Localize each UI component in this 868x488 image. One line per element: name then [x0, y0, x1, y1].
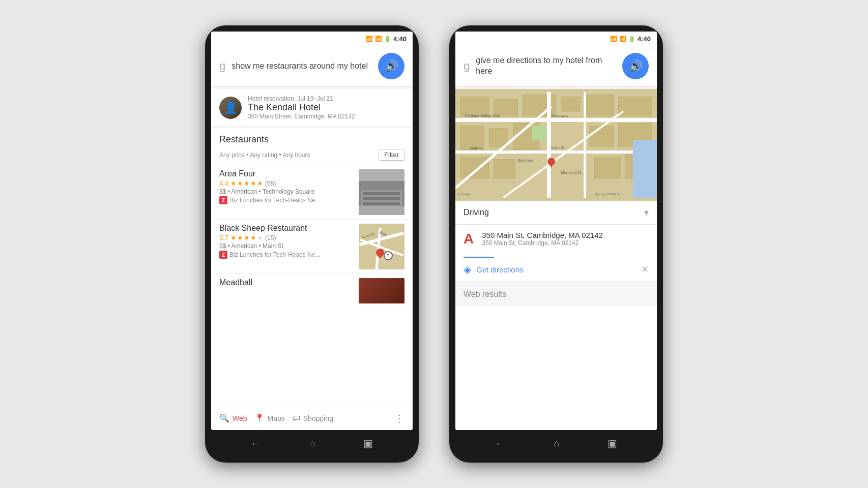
star-2-1: ★ — [230, 234, 237, 241]
hotel-info: Hotel reservation, Jul 19–Jul 21 The Ken… — [248, 95, 355, 120]
search-icon: 🔍 — [219, 413, 229, 423]
rating-count-1: (68) — [265, 180, 276, 187]
star-1-2: ★ — [237, 179, 243, 187]
dest-address-sub: 350 Main St, Cambridge, MA 02142 — [482, 239, 603, 247]
nav-shopping[interactable]: 🏷 Shopping — [292, 414, 340, 423]
web-results-label: Web results — [464, 290, 506, 298]
meadhall-info: Meadhall — [219, 278, 354, 303]
hotel-address: 350 Main Street, Cambridge, MA 02142 — [248, 113, 355, 120]
zomato-text-1: Biz Lunches for Tech-Heads Ne... — [229, 197, 321, 204]
phone-2-body: 📶 📶 🔋 4:40 g give me directions to my ho… — [449, 25, 663, 463]
zomato-text-2: Biz Lunches for Tech-Heads Ne... — [229, 251, 321, 258]
back-button-1[interactable]: ← — [251, 438, 261, 449]
meadhall-thumb — [359, 278, 404, 303]
recents-button-1[interactable]: ▣ — [363, 437, 373, 449]
map-pin-icon: 📍 — [254, 413, 265, 423]
svg-rect-4 — [561, 97, 580, 111]
phone-1-body: 📶 📶 🔋 4:40 g show me restaurants around … — [205, 25, 419, 463]
star-1-3: ★ — [244, 179, 250, 187]
star-2-5: ★ — [257, 234, 263, 241]
star-1-5: ★ — [257, 179, 263, 187]
destination-row: A 350 Main St, Cambridge, MA 02142 350 M… — [455, 225, 657, 253]
svg-rect-23 — [532, 126, 546, 140]
svg-rect-6 — [619, 97, 652, 116]
svg-text:Broadway: Broadway — [552, 113, 569, 118]
more-options-button[interactable]: ⋮ — [394, 412, 404, 424]
nav-maps-label: Maps — [268, 414, 285, 422]
speaker-icon-2: 🔊 — [629, 59, 643, 73]
restaurant-thumb-2: T Ames St Broa — [359, 224, 404, 269]
restaurant-name-1: Area Four — [219, 169, 354, 178]
get-directions-row[interactable]: ◈ Get directions ✕ — [455, 258, 657, 281]
destination-info: 350 Main St, Cambridge, MA 02142 350 Mai… — [482, 231, 603, 247]
wifi-icon-2: 📶 — [610, 36, 617, 42]
restaurant-thumb-1 — [359, 169, 404, 215]
home-button-1[interactable]: ⌂ — [309, 438, 315, 449]
back-button-2[interactable]: ← — [495, 438, 505, 449]
zomato-row-2: Z Biz Lunches for Tech-Heads Ne... — [219, 251, 354, 259]
directions-card: Driving ▾ A 350 Main St, Cambridge, MA 0… — [455, 201, 657, 281]
star-2-3: ★ — [244, 234, 250, 241]
google-g-logo-2: g — [464, 59, 470, 73]
hotel-name: The Kendall Hotel — [248, 102, 355, 113]
avatar-image — [219, 97, 242, 119]
signal-icon-2: 📶 — [619, 36, 626, 42]
nav-web[interactable]: 🔍 Web — [219, 413, 254, 423]
svg-rect-3 — [523, 95, 556, 116]
restaurant-name-2: Black Sheep Restaurant — [219, 224, 354, 233]
voice-button-1[interactable]: 🔊 — [378, 53, 404, 79]
status-icons-1: 📶 📶 🔋 4:40 — [366, 35, 407, 43]
svg-rect-5 — [585, 95, 614, 116]
voice-bar-1: g show me restaurants around my hotel 🔊 — [211, 46, 413, 87]
svg-rect-13 — [494, 159, 515, 178]
restaurant-info-2: Black Sheep Restaurant 3.7 ★ ★ ★ ★ ★ (15… — [219, 224, 354, 269]
nav-web-label: Web — [233, 414, 247, 422]
restaurant-item-black-sheep[interactable]: Black Sheep Restaurant 3.7 ★ ★ ★ ★ ★ (15… — [211, 219, 413, 273]
svg-text:Memorial Dr: Memorial Dr — [561, 170, 582, 175]
nav-maps[interactable]: 📍 Maps — [254, 413, 292, 423]
star-2-4: ★ — [250, 234, 256, 241]
rating-num-1: 4.4 — [219, 179, 228, 187]
tag-icon: 🏷 — [292, 414, 300, 423]
get-directions-label: Get directions — [476, 265, 636, 274]
svg-text:Main St: Main St — [470, 146, 483, 150]
system-nav-1: ← ⌂ ▣ — [211, 430, 413, 456]
google-g-logo-1: g — [219, 59, 225, 73]
battery-icon-2: 🔋 — [628, 36, 635, 42]
status-bar-2: 📶 📶 🔋 4:40 — [455, 32, 657, 46]
dest-address-main: 350 Main St, Cambridge, MA 02142 — [482, 231, 603, 239]
close-icon[interactable]: ✕ — [641, 264, 649, 275]
system-nav-2: ← ⌂ ▣ — [455, 430, 657, 456]
content-spacer — [455, 306, 657, 430]
status-bar-1: 📶 📶 🔋 4:40 — [211, 32, 413, 46]
nav-shopping-label: Shopping — [303, 414, 333, 422]
driving-row[interactable]: Driving ▾ — [455, 201, 657, 225]
voice-button-2[interactable]: 🔊 — [622, 53, 649, 79]
svg-rect-22 — [633, 140, 657, 198]
map-container[interactable]: Portland Gallop Way Broadway Main St Mai… — [455, 89, 657, 201]
star-1-1: ★ — [230, 179, 237, 187]
svg-text:Portland Gallop Way: Portland Gallop Way — [465, 113, 500, 118]
filter-button[interactable]: Filter — [379, 149, 404, 161]
svg-text:Main St: Main St — [552, 145, 565, 150]
voice-query-2: give me directions to my hotel from here — [476, 55, 616, 77]
svg-text:Map data ©2014 Go...: Map data ©2014 Go... — [594, 193, 623, 196]
svg-text:Eastman: Eastman — [518, 158, 533, 163]
hotel-card[interactable]: Hotel reservation, Jul 19–Jul 21 The Ken… — [211, 89, 413, 126]
svg-rect-12 — [460, 157, 489, 178]
phone-2-screen: 📶 📶 🔋 4:40 g give me directions to my ho… — [455, 32, 657, 430]
home-button-2[interactable]: ⌂ — [554, 438, 559, 449]
rating-row-1: 4.4 ★ ★ ★ ★ ★ (68) — [219, 179, 354, 187]
restaurant-item-area-four[interactable]: Area Four 4.4 ★ ★ ★ ★ ★ (68) — [211, 165, 413, 219]
restaurant-meta-1: $$ • American • Technology Square — [219, 188, 354, 195]
reservation-label: Hotel reservation, Jul 19–Jul 21 — [248, 95, 355, 102]
recents-button-2[interactable]: ▣ — [607, 437, 617, 449]
rating-row-2: 3.7 ★ ★ ★ ★ ★ (15) — [219, 234, 354, 241]
voice-bar-2: g give me directions to my hotel from he… — [455, 46, 657, 87]
signal-icon: 📶 — [375, 36, 382, 42]
restaurant-item-meadhall[interactable]: Meadhall — [211, 273, 413, 308]
hotel-avatar — [219, 97, 242, 119]
rating-num-2: 3.7 — [219, 234, 228, 241]
restaurant-meta-2: $$ • American • Main St — [219, 242, 354, 250]
filter-text: Any price • Any rating • Any hours — [219, 151, 310, 159]
